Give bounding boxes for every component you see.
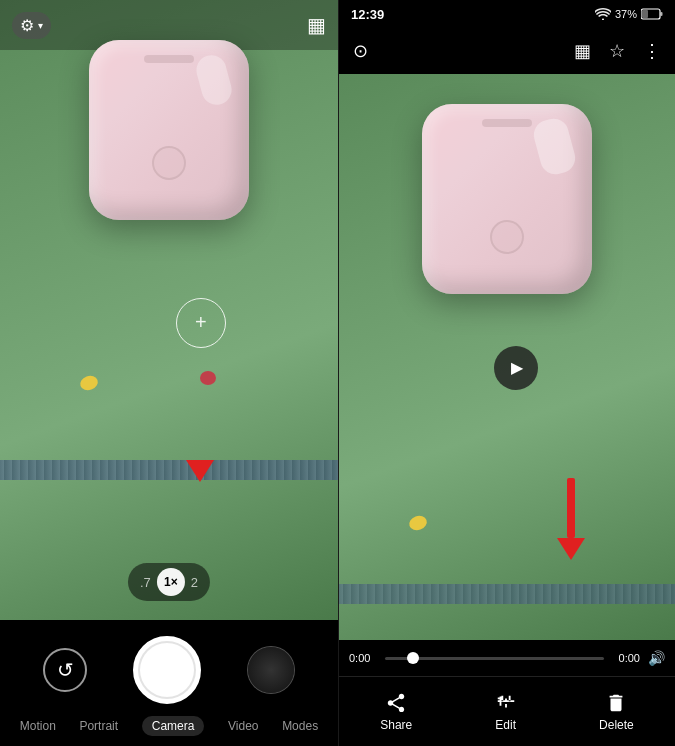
chevron-down-icon: ▾ xyxy=(38,20,43,31)
camera-modes-row: Motion Portrait Camera Video Modes xyxy=(0,710,338,746)
shutter-controls-row: ↺ xyxy=(0,630,338,710)
mode-video[interactable]: Video xyxy=(228,719,258,733)
edit-icon xyxy=(495,692,517,714)
photo-top-bar: ⊙ ▦ ☆ ⋮ xyxy=(339,28,675,74)
camera-controls: .7 1× 2 ↺ Motion Portrait Camera Video M… xyxy=(0,620,338,746)
mode-camera-active[interactable]: Camera xyxy=(142,716,205,736)
carpet-texture-left xyxy=(0,460,338,480)
gloss-highlight-left xyxy=(193,52,235,108)
arrow-body-right xyxy=(567,478,575,538)
volume-icon[interactable]: 🔊 xyxy=(648,650,665,666)
mode-thumbnail-inner xyxy=(248,647,294,693)
zoom-controls: .7 1× 2 xyxy=(128,563,210,601)
delete-label: Delete xyxy=(599,718,634,732)
shutter-inner xyxy=(138,641,196,699)
photo-view-area: ▶ xyxy=(339,74,675,640)
mode-portrait[interactable]: Portrait xyxy=(79,719,118,733)
red-dot-left xyxy=(200,371,216,385)
svg-rect-2 xyxy=(661,12,663,16)
rotate-button[interactable]: ↺ xyxy=(43,648,87,692)
photo-top-right-icons: ▦ ☆ ⋮ xyxy=(574,40,661,62)
settings-button[interactable]: ⚙ ▾ xyxy=(12,12,51,39)
share-label: Share xyxy=(380,718,412,732)
battery-icon xyxy=(641,8,663,20)
delete-icon xyxy=(605,692,627,714)
yellow-dot-right xyxy=(407,513,429,532)
play-icon: ▶ xyxy=(511,358,523,377)
camera-viewfinder: ⚙ ▾ ▦ xyxy=(0,0,338,620)
gallery-icon[interactable]: ▦ xyxy=(307,13,326,37)
zoom-2x-button[interactable]: 2 xyxy=(191,575,198,590)
battery-percentage: 37% xyxy=(615,8,637,20)
timeline-start-time: 0:00 xyxy=(349,652,377,664)
rotate-icon: ↺ xyxy=(57,658,74,682)
timeline-thumb[interactable] xyxy=(407,652,419,664)
photo-viewer-panel: 12:39 37% ⊙ ▦ ☆ ⋮ xyxy=(338,0,675,746)
gallery-grid-icon[interactable]: ▦ xyxy=(574,40,591,62)
airpods-case-image-left xyxy=(89,40,249,220)
play-button[interactable]: ▶ xyxy=(494,346,538,390)
mode-modes[interactable]: Modes xyxy=(282,719,318,733)
timeline-bar: 0:00 0:00 🔊 xyxy=(339,640,675,676)
camera-panel: ⚙ ▾ ▦ .7 1× 2 xyxy=(0,0,338,746)
bottom-action-bar: Share Edit Delete xyxy=(339,676,675,746)
arrow-head-right xyxy=(557,538,585,560)
edit-label: Edit xyxy=(495,718,516,732)
mode-motion[interactable]: Motion xyxy=(20,719,56,733)
zoom-07-button[interactable]: .7 xyxy=(140,575,151,590)
status-bar: 12:39 37% xyxy=(339,0,675,28)
svg-rect-1 xyxy=(642,10,648,18)
wifi-icon xyxy=(595,8,611,20)
focus-indicator xyxy=(176,298,226,348)
red-arrow-right xyxy=(557,478,585,560)
edit-action[interactable]: Edit xyxy=(495,692,517,732)
camera-switch-icon[interactable]: ⊙ xyxy=(353,40,368,62)
timeline-track[interactable] xyxy=(385,657,604,660)
status-time: 12:39 xyxy=(351,7,384,22)
arrow-head-left xyxy=(186,460,214,482)
zoom-1x-button[interactable]: 1× xyxy=(157,568,185,596)
favorite-star-icon[interactable]: ☆ xyxy=(609,40,625,62)
share-icon xyxy=(385,692,407,714)
more-options-icon[interactable]: ⋮ xyxy=(643,40,661,62)
yellow-dot-left xyxy=(78,373,100,392)
shutter-button[interactable] xyxy=(133,636,201,704)
mode-thumbnail[interactable] xyxy=(247,646,295,694)
share-action[interactable]: Share xyxy=(380,692,412,732)
status-icons: 37% xyxy=(595,8,663,20)
delete-action[interactable]: Delete xyxy=(599,692,634,732)
airpods-case-image-right xyxy=(422,104,592,294)
gear-icon: ⚙ xyxy=(20,16,34,35)
carpet-texture-right xyxy=(339,584,675,604)
timeline-end-time: 0:00 xyxy=(612,652,640,664)
gloss-highlight-right xyxy=(530,115,578,177)
